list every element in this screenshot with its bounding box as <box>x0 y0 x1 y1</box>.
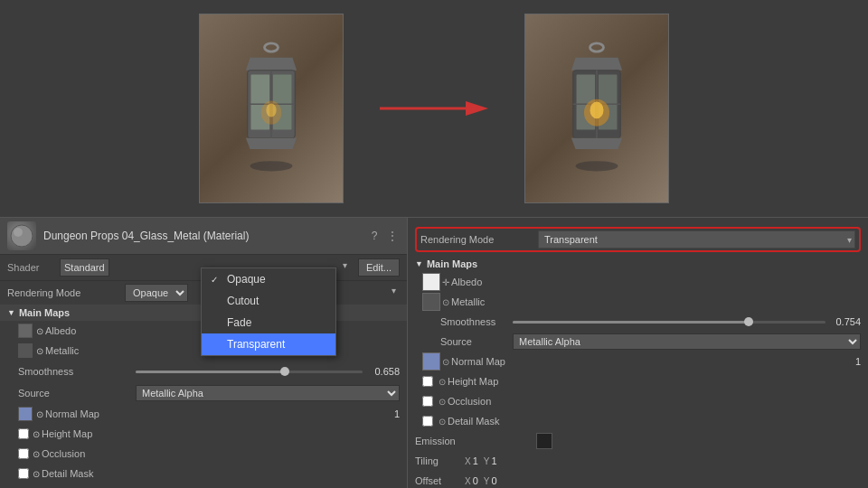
right-main-maps-header[interactable]: ▼ Main Maps <box>408 256 868 272</box>
right-albedo-swatch[interactable] <box>422 273 440 291</box>
right-source-value-area: Metallic Alpha <box>513 333 861 350</box>
dropdown-item-cutout[interactable]: Cutout <box>202 290 335 312</box>
preview-before <box>199 14 344 203</box>
dropdown-item-fade[interactable]: Fade <box>202 312 335 333</box>
height-map-checkbox[interactable] <box>18 428 29 439</box>
shader-dropdown[interactable]: Standard <box>60 258 109 277</box>
smoothness-fill <box>136 371 285 373</box>
right-smoothness-thumb[interactable] <box>744 317 753 326</box>
svg-marker-14 <box>571 58 622 70</box>
right-emission-swatch[interactable] <box>536 433 552 449</box>
right-normal-map-value: 1 <box>855 356 861 367</box>
right-normal-map-swatch[interactable] <box>422 352 440 371</box>
offset-x-value: 0 <box>473 475 478 486</box>
svg-marker-1 <box>246 58 297 70</box>
right-height-map-row: ⊙ Height Map <box>408 371 868 391</box>
height-map-label: Height Map <box>42 428 141 439</box>
right-normal-map-label: Normal Map <box>451 356 542 367</box>
smoothness-thumb[interactable] <box>280 367 289 376</box>
occlusion-icon: ⊙ <box>33 449 40 459</box>
right-height-map-checkbox[interactable] <box>422 376 433 387</box>
right-metallic-label: Metallic <box>451 296 542 307</box>
right-section-arrow-icon: ▼ <box>415 259 423 268</box>
dropdown-item-transparent[interactable]: Transparent <box>202 333 335 355</box>
albedo-label: Albedo <box>45 325 145 336</box>
offset-y-label: Y <box>484 476 490 486</box>
right-detail-icon: ⊙ <box>439 417 446 427</box>
offset-xy-values: X 0 Y 0 <box>465 475 497 486</box>
dropdown-popup: ✓ Opaque Cutout Fade Transparent <box>201 267 336 356</box>
smoothness-slider[interactable]: 0.658 <box>136 366 400 377</box>
right-rendering-mode-wrapper: Transparent ▾ <box>538 230 855 249</box>
detail-mask-icon: ⊙ <box>33 469 40 479</box>
svg-point-13 <box>590 43 604 52</box>
metallic-icon: ⊙ <box>36 346 43 356</box>
left-panel: Dungeon Props 04_Glass_Metal (Material) … <box>0 217 407 488</box>
right-smoothness-value-area: 0.754 <box>513 316 861 327</box>
tiling-y-value: 1 <box>491 455 496 466</box>
tiling-x-value: 1 <box>473 455 478 466</box>
right-smoothness-track <box>513 321 826 324</box>
rendering-mode-label: Rendering Mode <box>7 287 125 298</box>
source-row: Source Metallic Alpha <box>0 382 407 404</box>
detail-mask-checkbox[interactable] <box>18 468 29 479</box>
offset-y: Y 0 <box>484 475 497 486</box>
metallic-thumb[interactable] <box>18 343 33 358</box>
albedo-icon: ⊙ <box>36 326 43 336</box>
smoothness-track <box>136 371 363 373</box>
detail-mask-row: ⊙ Detail Mask <box>0 464 407 483</box>
source-dropdown[interactable]: Metallic Alpha <box>136 385 400 401</box>
normal-map-thumb[interactable] <box>18 407 33 421</box>
right-metallic-icon: ⊙ <box>442 297 449 307</box>
right-smoothness-label: Smoothness <box>422 316 513 327</box>
occlusion-checkbox[interactable] <box>18 448 29 459</box>
right-occlusion-icon: ⊙ <box>439 397 446 407</box>
section-arrow-icon: ▼ <box>7 308 15 317</box>
svg-point-23 <box>576 161 618 171</box>
right-smoothness-row: Smoothness 0.754 <box>408 312 868 332</box>
help-icon[interactable]: ? <box>367 229 382 243</box>
dropdown-transparent-label: Transparent <box>227 338 285 351</box>
right-emission-label: Emission <box>415 436 533 446</box>
right-detail-mask-checkbox[interactable] <box>422 416 433 427</box>
occlusion-row: ⊙ Occlusion <box>0 444 407 464</box>
offset-y-value: 0 <box>491 475 496 486</box>
normal-map-icon: ⊙ <box>36 409 43 419</box>
tiling-row: Tiling X 1 Y 1 <box>408 451 868 471</box>
tiling-x-label: X <box>465 456 471 466</box>
rendering-mode-dropdown[interactable]: Opaque <box>125 284 188 302</box>
normal-map-label: Normal Map <box>45 408 145 419</box>
dropdown-item-opaque[interactable]: ✓ Opaque <box>202 268 335 290</box>
right-rendering-mode-value: Transparent <box>544 234 598 245</box>
tiling-xy-values: X 1 Y 1 <box>465 455 497 466</box>
svg-point-24 <box>11 225 33 247</box>
edit-button[interactable]: Edit... <box>358 258 400 277</box>
right-panel: Rendering Mode Transparent ▾ ▼ Main Maps… <box>407 217 868 488</box>
metallic-label: Metallic <box>45 345 145 356</box>
right-smoothness-fill <box>513 321 749 324</box>
smoothness-value-area: 0.658 <box>136 366 400 377</box>
preview-after <box>524 14 669 203</box>
tiling-x: X 1 <box>465 455 478 466</box>
offset-x-label: X <box>465 476 471 486</box>
dropdown-opaque-label: Opaque <box>227 273 266 286</box>
svg-point-10 <box>250 161 293 171</box>
rendering-mode-highlighted: Rendering Mode Transparent ▾ <box>415 227 861 252</box>
albedo-thumb[interactable] <box>18 324 33 338</box>
normal-map-row: ⊙ Normal Map 1 <box>0 404 407 424</box>
right-source-dropdown[interactable]: Metallic Alpha <box>513 333 861 350</box>
menu-icon[interactable]: ⋮ <box>385 229 400 243</box>
right-occlusion-label: Occlusion <box>448 396 538 407</box>
right-albedo-label: Albedo <box>451 277 542 287</box>
offset-label: Offset <box>415 475 465 486</box>
svg-point-0 <box>265 43 278 52</box>
right-eyedropper-icon[interactable]: ✛ <box>442 277 449 287</box>
right-occlusion-checkbox[interactable] <box>422 396 433 407</box>
dropdown-cutout-label: Cutout <box>227 295 259 307</box>
offset-row: Offset X 0 Y 0 <box>408 471 868 488</box>
occlusion-label: Occlusion <box>42 448 141 459</box>
right-rendering-mode-dropdown[interactable]: Transparent ▾ <box>538 230 855 249</box>
right-metallic-swatch[interactable] <box>422 293 440 311</box>
svg-marker-12 <box>466 101 488 116</box>
tiling-y: Y 1 <box>484 455 497 466</box>
